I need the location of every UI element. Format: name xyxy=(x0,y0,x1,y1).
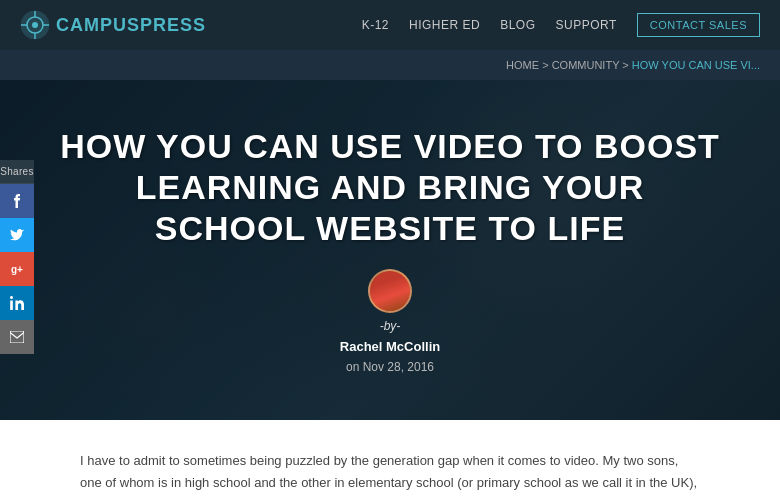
breadcrumb-home[interactable]: HOME xyxy=(506,59,539,71)
author-name: Rachel McCollin xyxy=(340,339,440,354)
nav-item-higher-ed[interactable]: HIGHER ED xyxy=(409,18,480,32)
facebook-icon xyxy=(10,194,24,208)
author-date: on Nov 28, 2016 xyxy=(346,360,434,374)
hero-title: HOW YOU CAN USE VIDEO TO BOOST LEARNING … xyxy=(60,126,720,248)
contact-sales-button[interactable]: CONTACT SALES xyxy=(637,13,760,37)
breadcrumb: HOME > COMMUNITY > HOW YOU CAN USE VI... xyxy=(506,59,760,71)
breadcrumb-current: HOW YOU CAN USE VI... xyxy=(632,59,760,71)
author-by-label: -by- xyxy=(380,319,401,333)
logo-text-accent: PRESS xyxy=(140,15,206,35)
linkedin-share-button[interactable] xyxy=(0,286,34,320)
hero-section: Shares g+ HOW YOU CAN USE VIDEO xyxy=(0,80,780,420)
author-section: -by- Rachel McCollin on Nov 28, 2016 xyxy=(60,269,720,374)
google-share-button[interactable]: g+ xyxy=(0,252,34,286)
nav-item-k12[interactable]: K-12 xyxy=(362,18,389,32)
header: CAMPUSPRESS K-12 HIGHER ED BLOG SUPPORT … xyxy=(0,0,780,50)
nav-item-support[interactable]: SUPPORT xyxy=(556,18,617,32)
facebook-share-button[interactable] xyxy=(0,184,34,218)
linkedin-icon xyxy=(10,296,24,310)
email-share-button[interactable] xyxy=(0,320,34,354)
svg-point-2 xyxy=(32,22,38,28)
main-nav: K-12 HIGHER ED BLOG SUPPORT CONTACT SALE… xyxy=(362,13,760,37)
email-icon xyxy=(10,331,24,343)
breadcrumb-community[interactable]: COMMUNITY xyxy=(552,59,620,71)
google-plus-icon: g+ xyxy=(11,264,23,275)
author-avatar xyxy=(368,269,412,313)
twitter-icon xyxy=(10,228,24,242)
svg-rect-7 xyxy=(10,331,24,343)
logo[interactable]: CAMPUSPRESS xyxy=(20,10,206,40)
logo-text-regular: CAMPUS xyxy=(56,15,140,35)
hero-content: HOW YOU CAN USE VIDEO TO BOOST LEARNING … xyxy=(0,126,780,373)
avatar-image xyxy=(370,271,410,311)
breadcrumb-sep1: > xyxy=(542,59,551,71)
social-sidebar: Shares g+ xyxy=(0,160,34,354)
breadcrumb-sep2: > xyxy=(622,59,631,71)
twitter-share-button[interactable] xyxy=(0,218,34,252)
shares-label: Shares xyxy=(0,160,34,184)
nav-item-blog[interactable]: BLOG xyxy=(500,18,535,32)
main-content: I have to admit to sometimes being puzzl… xyxy=(0,420,780,500)
logo-icon xyxy=(20,10,50,40)
article-intro-paragraph: I have to admit to sometimes being puzzl… xyxy=(80,450,700,500)
logo-wordmark: CAMPUSPRESS xyxy=(56,15,206,36)
breadcrumb-bar: HOME > COMMUNITY > HOW YOU CAN USE VI... xyxy=(0,50,780,80)
